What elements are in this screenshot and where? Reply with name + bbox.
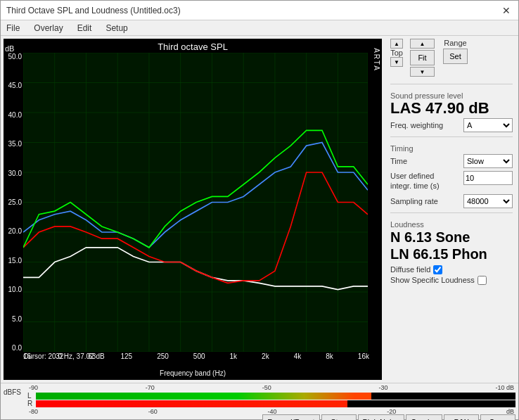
l-meter-bar xyxy=(36,393,515,400)
bottom-buttons: Record/Reset Stop Pink Noise Overlay B/W… xyxy=(1,414,518,420)
dbfs-label: dBFS xyxy=(4,388,25,396)
diffuse-row: Diffuse field xyxy=(390,265,513,274)
range-nav: Range Set xyxy=(443,39,468,77)
timing-label: Timing xyxy=(390,144,513,153)
x-axis-label: Frequency band (Hz) xyxy=(160,369,226,377)
integr-input[interactable] xyxy=(463,171,513,185)
freq-label: Freq. weighting xyxy=(390,121,443,129)
window-title: Third Octave SPL and Loudness (Untitled.… xyxy=(6,6,181,15)
freq-select[interactable]: A B C Z xyxy=(463,118,513,132)
meter-l-row: dBFS -90 -70 -50 -30 -10 dB L xyxy=(1,383,518,400)
menu-edit[interactable]: Edit xyxy=(75,23,95,34)
y-tick: 35.0 xyxy=(8,140,22,148)
y-tick: 40.0 xyxy=(8,111,22,119)
divider-3 xyxy=(390,212,513,213)
chart-title: Third octave SPL xyxy=(158,42,228,52)
top-nav: ▲ Top ▼ xyxy=(390,39,403,67)
time-row: Time Slow Fast Impulse xyxy=(390,154,513,168)
main-content: dB Third octave SPL 50.0 45.0 40.0 35.0 … xyxy=(1,36,518,383)
time-select[interactable]: Slow Fast Impulse xyxy=(463,154,513,168)
integr-label: User definedintegr. time (s) xyxy=(390,171,440,191)
menu-bar: File Overlay Edit Setup xyxy=(1,20,518,36)
divider-2 xyxy=(390,136,513,137)
fit-up-button[interactable]: ▲ xyxy=(410,39,435,49)
sampling-select[interactable]: 44100 48000 96000 xyxy=(463,194,513,208)
cursor-info: Cursor: 20.0 Hz, 37.02 dB xyxy=(23,352,105,360)
y-axis-label: dB xyxy=(5,44,14,53)
copy-button[interactable]: Copy xyxy=(480,414,515,420)
chart-arta-label: ARTA xyxy=(373,48,380,72)
top-fit-group: ▲ Top ▼ xyxy=(390,39,403,77)
r-meter-row: R xyxy=(27,400,515,407)
y-tick: 0.0 xyxy=(12,344,22,352)
y-axis: 50.0 45.0 40.0 35.0 30.0 25.0 20.0 15.0 … xyxy=(4,53,23,352)
fit-nav: ▲ Fit ▼ xyxy=(410,39,435,77)
menu-setup[interactable]: Setup xyxy=(103,23,130,34)
y-tick: 15.0 xyxy=(8,257,22,265)
y-tick: 10.0 xyxy=(8,286,22,293)
y-tick: 50.0 xyxy=(8,53,22,61)
pink-noise-button[interactable]: Pink Noise xyxy=(358,414,405,420)
spl-value: LAS 47.90 dB xyxy=(390,100,513,117)
freq-row: Freq. weighting A B C Z xyxy=(390,118,513,132)
sampling-label: Sampling rate xyxy=(390,197,438,205)
loudness-section: Loudness N 6.13 Sone LN 66.15 Phon Diffu… xyxy=(390,217,513,285)
set-button[interactable]: Set xyxy=(443,49,468,64)
y-tick: 5.0 xyxy=(12,315,22,323)
specific-row: Show Specific Loudness xyxy=(390,276,513,285)
r-meter-fill xyxy=(36,400,347,407)
range-label: Range xyxy=(444,39,466,47)
menu-file[interactable]: File xyxy=(4,23,23,34)
timing-section: Timing Time Slow Fast Impulse User defin… xyxy=(390,141,513,208)
fit-down-button[interactable]: ▼ xyxy=(410,67,435,77)
chart-area: dB Third octave SPL 50.0 45.0 40.0 35.0 … xyxy=(4,39,382,380)
r-label: R xyxy=(27,400,33,407)
l-meter-row: L xyxy=(27,392,515,400)
title-bar: Third Octave SPL and Loudness (Untitled.… xyxy=(1,1,518,20)
top-label: Top xyxy=(390,49,403,57)
integr-row: User definedintegr. time (s) xyxy=(390,171,513,191)
close-button[interactable]: ✕ xyxy=(500,4,513,17)
record-reset-button[interactable]: Record/Reset xyxy=(262,414,319,420)
nav-area: ▲ Top ▼ ▲ Fit ▼ Range Set xyxy=(390,39,513,77)
y-tick: 20.0 xyxy=(8,227,22,235)
sampling-row: Sampling rate 44100 48000 96000 xyxy=(390,194,513,208)
y-tick: 45.0 xyxy=(8,82,22,89)
right-panel: ▲ Top ▼ ▲ Fit ▼ Range Set xyxy=(385,36,518,383)
spl-section: Sound pressure level LAS 47.90 dB Freq. … xyxy=(390,89,513,132)
chart-svg xyxy=(23,53,368,352)
chart-canvas xyxy=(23,53,368,352)
diffuse-checkbox[interactable] xyxy=(433,265,442,274)
specific-label: Show Specific Loudness xyxy=(390,276,475,284)
l-label: L xyxy=(27,392,33,400)
top-up-button[interactable]: ▲ xyxy=(390,39,403,49)
time-label: Time xyxy=(390,157,407,165)
fit-button[interactable]: Fit xyxy=(410,50,435,65)
stop-button[interactable]: Stop xyxy=(321,414,357,420)
meter-ticks-top: -90 -70 -50 -30 -10 dB xyxy=(27,384,515,391)
bottom-bar: dBFS -90 -70 -50 -30 -10 dB L xyxy=(1,383,518,419)
r-meter-bar xyxy=(36,400,515,407)
meter-r-row: R -80 -60 -40 -20 dB xyxy=(1,400,518,414)
bw-button[interactable]: B/W xyxy=(444,414,479,420)
y-tick: 30.0 xyxy=(8,170,22,177)
menu-overlay[interactable]: Overlay xyxy=(31,23,65,34)
divider-1 xyxy=(390,84,513,84)
overlay-button[interactable]: Overlay xyxy=(406,414,442,420)
top-down-button[interactable]: ▼ xyxy=(390,57,403,67)
specific-checkbox[interactable] xyxy=(478,276,487,285)
loudness-label: Loudness xyxy=(390,220,513,229)
diffuse-label: Diffuse field xyxy=(390,265,430,274)
y-tick: 25.0 xyxy=(8,198,22,206)
n-value: N 6.13 Sone xyxy=(390,229,513,246)
ln-value: LN 66.15 Phon xyxy=(390,246,513,262)
l-meter-fill xyxy=(36,393,371,400)
main-window: Third Octave SPL and Loudness (Untitled.… xyxy=(0,0,519,420)
